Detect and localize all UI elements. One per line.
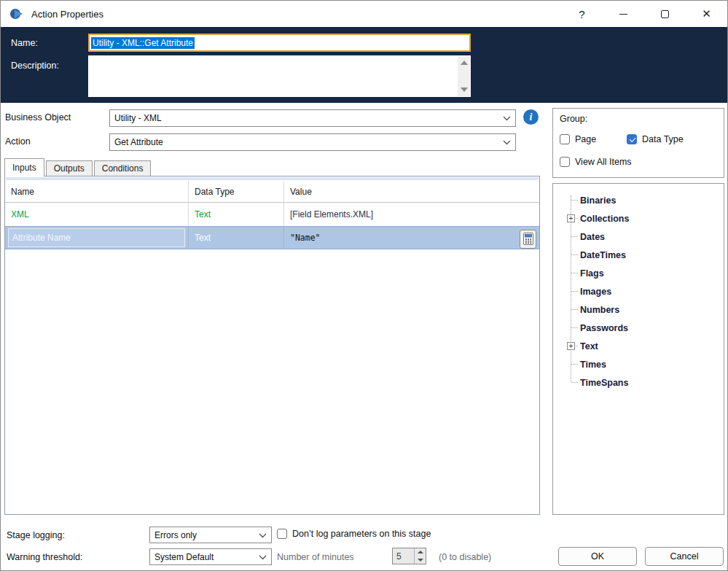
input-datatype: Text bbox=[189, 203, 284, 226]
name-input-value: Utility - XML::Get Attribute bbox=[91, 37, 195, 49]
tree-item-label: Collections bbox=[580, 214, 629, 224]
checkbox-icon[interactable] bbox=[277, 529, 287, 539]
tree-item-label: Text bbox=[580, 341, 598, 351]
table-row-selected[interactable]: Attribute Name Text "Name" bbox=[5, 226, 539, 249]
description-scrollbar[interactable] bbox=[458, 56, 470, 96]
tab-conditions[interactable]: Conditions bbox=[94, 160, 152, 176]
tree-item-label: TimeSpans bbox=[580, 378, 628, 388]
checkbox-label: Page bbox=[575, 134, 596, 144]
minutes-value[interactable]: 5 bbox=[393, 548, 414, 564]
disable-hint-label: (0 to disable) bbox=[439, 552, 491, 562]
input-name-cell: Attribute Name bbox=[5, 227, 189, 249]
tree-item-dates[interactable]: Dates bbox=[553, 228, 724, 246]
chevron-down-icon bbox=[259, 533, 267, 538]
tree-item-label: Images bbox=[580, 287, 611, 297]
stage-header: Name: Utility - XML::Get Attribute Descr… bbox=[1, 27, 727, 103]
close-button[interactable]: ✕ bbox=[686, 1, 727, 27]
info-icon[interactable]: i bbox=[523, 109, 539, 125]
chevron-down-icon bbox=[503, 116, 511, 121]
input-value[interactable]: "Name" bbox=[290, 233, 321, 243]
ok-button[interactable]: OK bbox=[558, 547, 637, 566]
help-button[interactable]: ? bbox=[561, 1, 603, 27]
group-title: Group: bbox=[560, 114, 587, 124]
tree-item-label: Binaries bbox=[580, 195, 616, 206]
checkbox-icon[interactable] bbox=[560, 157, 570, 167]
tree-item-text[interactable]: +Text bbox=[553, 337, 724, 355]
chevron-down-icon bbox=[503, 140, 511, 145]
table-row[interactable]: XML Text [Field Elements.XML] bbox=[5, 203, 539, 226]
scroll-down-icon[interactable] bbox=[461, 88, 468, 92]
window-controls: ? ✕ bbox=[561, 1, 727, 27]
action-value: Get Attribute bbox=[114, 137, 163, 147]
window-title: Action Properties bbox=[31, 9, 103, 20]
checkbox-data-type[interactable]: Data Type bbox=[627, 134, 684, 144]
expand-plus-icon[interactable]: + bbox=[567, 342, 575, 350]
business-object-label: Business Object bbox=[5, 112, 71, 123]
warning-threshold-select[interactable]: System Default bbox=[149, 548, 272, 565]
tree-item-binaries[interactable]: Binaries bbox=[553, 191, 724, 209]
stepper-up-icon[interactable] bbox=[415, 548, 426, 556]
checkbox-icon[interactable] bbox=[560, 134, 570, 144]
titlebar: Action Properties ? ✕ bbox=[1, 1, 727, 27]
calculator-icon bbox=[523, 233, 533, 245]
tree-item-timespans[interactable]: TimeSpans bbox=[553, 373, 724, 392]
stepper-buttons bbox=[414, 548, 426, 564]
checkbox-page[interactable]: Page bbox=[560, 134, 596, 144]
column-header-value[interactable]: Value bbox=[284, 181, 539, 202]
input-datatype: Text bbox=[189, 227, 284, 249]
maximize-icon bbox=[661, 10, 669, 18]
action-properties-dialog: Action Properties ? ✕ Name: Utility - XM… bbox=[0, 0, 728, 571]
group-panel: Group: Page Data Type View All Items bbox=[552, 108, 724, 178]
description-label: Description: bbox=[11, 61, 59, 71]
action-select[interactable]: Get Attribute bbox=[109, 133, 516, 151]
input-value[interactable]: [Field Elements.XML] bbox=[284, 203, 539, 226]
input-name: XML bbox=[5, 203, 189, 226]
tree-item-datetimes[interactable]: DateTimes bbox=[553, 246, 724, 264]
panel-top-strip bbox=[6, 177, 539, 180]
parameters-tabstrip: Inputs Outputs Conditions bbox=[4, 158, 152, 176]
chevron-down-icon bbox=[259, 555, 267, 560]
input-value-cell[interactable]: "Name" bbox=[284, 227, 539, 249]
checkbox-view-all-items[interactable]: View All Items bbox=[560, 157, 632, 167]
dont-log-checkbox[interactable]: Don’t log parameters on this stage bbox=[277, 529, 431, 539]
data-type-tree: Binaries +Collections Dates DateTimes Fl… bbox=[552, 183, 724, 515]
minimize-button[interactable] bbox=[603, 1, 644, 27]
tab-inputs[interactable]: Inputs bbox=[4, 158, 44, 176]
tree-item-flags[interactable]: Flags bbox=[553, 264, 724, 282]
warning-threshold-label: Warning threshold: bbox=[7, 552, 82, 562]
tree-item-label: Passwords bbox=[580, 323, 628, 333]
input-name-editbox[interactable]: Attribute Name bbox=[8, 228, 185, 247]
minutes-stepper[interactable]: 5 bbox=[392, 548, 426, 564]
tree-item-collections[interactable]: +Collections bbox=[553, 209, 724, 228]
warning-threshold-value: System Default bbox=[154, 552, 214, 562]
tree-item-label: Numbers bbox=[580, 305, 619, 315]
column-header-name[interactable]: Name bbox=[5, 181, 189, 202]
checkbox-checked-icon[interactable] bbox=[627, 134, 637, 144]
tree-item-numbers[interactable]: Numbers bbox=[553, 300, 724, 319]
business-object-select[interactable]: Utility - XML bbox=[109, 109, 516, 127]
checkbox-label: View All Items bbox=[575, 157, 632, 167]
stage-logging-select[interactable]: Errors only bbox=[149, 527, 272, 543]
stepper-down-icon[interactable] bbox=[415, 556, 426, 564]
expand-plus-icon[interactable]: + bbox=[567, 214, 575, 222]
minutes-label: Number of minutes bbox=[277, 552, 354, 562]
action-label: Action bbox=[5, 136, 31, 147]
maximize-button[interactable] bbox=[644, 1, 686, 27]
expression-editor-button[interactable] bbox=[520, 230, 536, 249]
cancel-button[interactable]: Cancel bbox=[645, 547, 724, 566]
tree-item-label: DateTimes bbox=[580, 250, 626, 260]
scroll-up-icon[interactable] bbox=[461, 61, 468, 65]
business-object-value: Utility - XML bbox=[114, 113, 162, 123]
name-input[interactable]: Utility - XML::Get Attribute bbox=[88, 34, 471, 52]
description-textarea[interactable] bbox=[88, 55, 471, 97]
column-header-datatype[interactable]: Data Type bbox=[189, 181, 284, 202]
tree-item-label: Times bbox=[580, 360, 606, 370]
tree-item-times[interactable]: Times bbox=[553, 355, 724, 373]
name-label: Name: bbox=[11, 38, 38, 48]
stage-logging-value: Errors only bbox=[154, 530, 197, 540]
tab-outputs[interactable]: Outputs bbox=[46, 160, 93, 176]
dont-log-label: Don’t log parameters on this stage bbox=[292, 529, 431, 539]
tree-item-passwords[interactable]: Passwords bbox=[553, 319, 724, 337]
tree-item-images[interactable]: Images bbox=[553, 282, 724, 300]
stage-logging-label: Stage logging: bbox=[7, 530, 65, 540]
